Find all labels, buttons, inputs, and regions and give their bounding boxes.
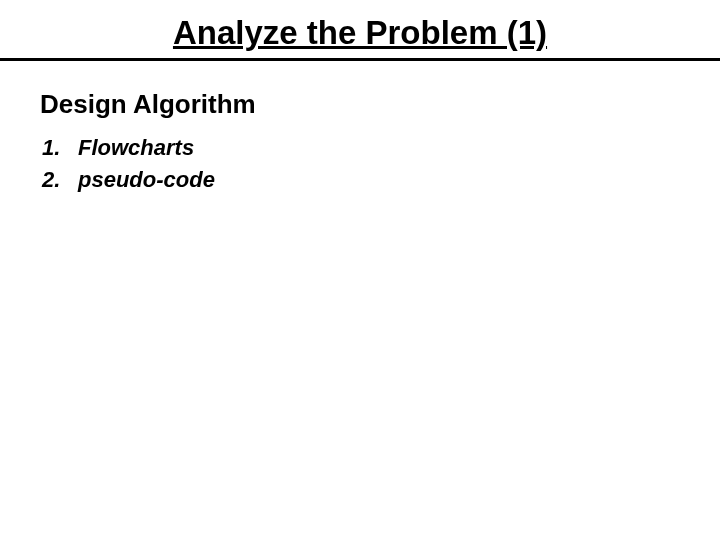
list-text: pseudo-code [78,164,215,196]
ordered-list: 1. Flowcharts 2. pseudo-code [40,132,680,196]
slide-content: Design Algorithm 1. Flowcharts 2. pseudo… [0,61,720,196]
list-item: 2. pseudo-code [42,164,680,196]
list-number: 2. [42,164,78,196]
slide-title: Analyze the Problem (1) [0,14,720,52]
slide-container: Analyze the Problem (1) Design Algorithm… [0,0,720,540]
list-number: 1. [42,132,78,164]
list-item: 1. Flowcharts [42,132,680,164]
title-bar: Analyze the Problem (1) [0,0,720,61]
list-text: Flowcharts [78,132,194,164]
section-heading: Design Algorithm [40,89,680,120]
